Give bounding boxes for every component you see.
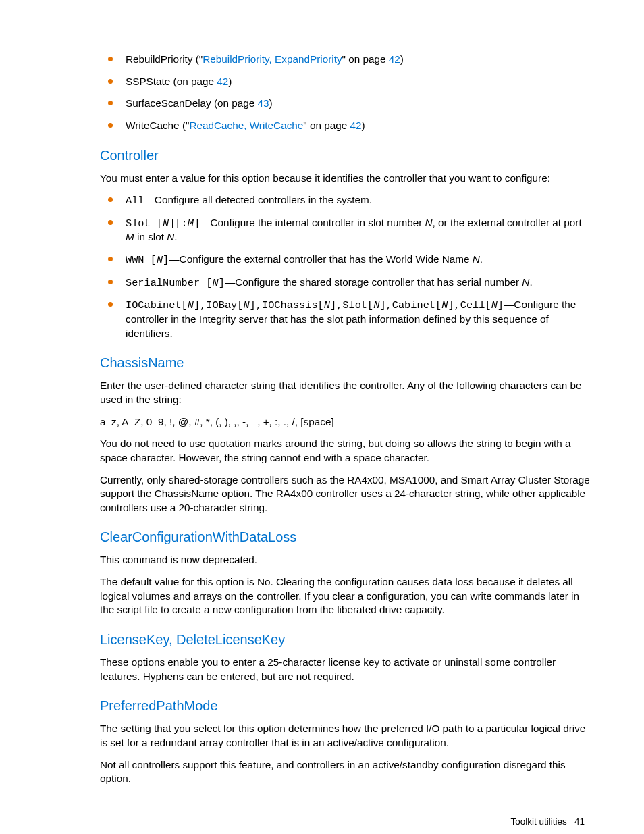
text: RebuildPriority (" [126, 53, 203, 65]
paragraph: These options enable you to enter a 25-c… [100, 656, 591, 683]
text: " on page [342, 53, 389, 65]
text: —Configure the shared storage controller… [225, 276, 522, 288]
code-var: N [243, 299, 249, 311]
page-ref-link[interactable]: 42 [389, 53, 400, 65]
paragraph: Currently, only shared-storage controlle… [100, 473, 591, 515]
code-text: ] [498, 299, 504, 311]
list-item: WriteCache ("ReadCache, WriteCache" on p… [100, 119, 591, 133]
code-var: N [491, 299, 498, 311]
code-text: ],IOBay[ [194, 299, 243, 311]
paragraph: The setting that you select for this opt… [100, 722, 591, 750]
text: SSPState (on page [126, 76, 217, 87]
text: —Configure all detected controllers in t… [144, 194, 373, 205]
code-text: ] [219, 277, 225, 289]
text: SurfaceScanDelay (on page [126, 97, 258, 109]
heading-licensekey: LicenseKey, DeleteLicenseKey [100, 631, 591, 649]
top-option-list: RebuildPriority ("RebuildPriority, Expan… [100, 53, 591, 133]
text: ) [228, 76, 232, 87]
paragraph: Enter the user-defined character string … [100, 379, 591, 407]
code-var: N [188, 299, 194, 311]
heading-controller: Controller [100, 147, 591, 165]
text: . [174, 231, 177, 242]
code-var: N [324, 299, 330, 311]
var: N [425, 217, 433, 228]
text: WriteCache (" [126, 120, 189, 131]
controller-list: All—Configure all detected controllers i… [100, 193, 591, 340]
list-item: All—Configure all detected controllers i… [100, 193, 591, 208]
paragraph: You must enter a value for this option b… [100, 172, 591, 186]
text: ) [362, 120, 365, 131]
code-text: ][: [169, 217, 188, 230]
text: ) [400, 53, 404, 65]
code-text: ],Cabinet[ [379, 299, 441, 311]
list-item: SSPState (on page 42) [100, 75, 591, 89]
code-var: N [157, 254, 163, 266]
var: N [167, 231, 174, 242]
list-item: SurfaceScanDelay (on page 43) [100, 97, 591, 111]
paragraph: This command is now deprecated. [100, 553, 591, 567]
footer-page: 41 [574, 816, 585, 827]
heading-preferredpathmode: PreferredPathMode [100, 697, 591, 715]
code-text: WWN [ [126, 254, 157, 266]
text: in slot [134, 231, 167, 242]
code-text: IOCabinet[ [126, 299, 188, 311]
paragraph: Not all controllers support this feature… [100, 758, 591, 786]
paragraph: You do not need to use quotation marks a… [100, 437, 591, 465]
list-item: WWN [N]—Configure the external controlle… [100, 253, 591, 267]
document-page: RebuildPriority ("RebuildPriority, Expan… [0, 0, 644, 834]
code-var: N [163, 217, 169, 230]
list-item: Slot [N][:M]—Configure the internal cont… [100, 216, 591, 244]
code-text: Slot [ [126, 217, 163, 230]
page-footer: Toolkit utilities 41 [100, 816, 591, 828]
page-ref-link[interactable]: 42 [217, 76, 228, 87]
code-var: M [188, 217, 194, 230]
paragraph: The default value for this option is No.… [100, 575, 591, 617]
heading-clearconfig: ClearConfigurationWithDataLoss [100, 528, 591, 546]
text: , or the external controller at port [433, 217, 582, 228]
page-ref-link[interactable]: 43 [258, 97, 269, 109]
code-text: All [126, 194, 144, 207]
text: ) [269, 97, 273, 109]
text: . [529, 276, 532, 288]
footer-label: Toolkit utilities [510, 816, 566, 827]
var: N [473, 253, 480, 265]
code-text: ],IOChassis[ [250, 299, 324, 311]
code-var: N [213, 277, 219, 289]
code-text: ],Slot[ [330, 299, 373, 311]
page-ref-link[interactable]: 42 [350, 120, 362, 131]
var: N [522, 276, 529, 288]
list-item: SerialNumber [N]—Configure the shared st… [100, 276, 591, 290]
xref-link[interactable]: ReadCache, WriteCache [189, 120, 303, 131]
text: " on page [303, 120, 350, 131]
code-var: N [441, 299, 448, 311]
list-item: RebuildPriority ("RebuildPriority, Expan… [100, 53, 591, 67]
text: —Configure the external controller that … [169, 253, 473, 265]
text: . [480, 253, 483, 265]
paragraph: a–z, A–Z, 0–9, !, @, #, *, (, ), ,, -, _… [100, 415, 591, 429]
xref-link[interactable]: RebuildPriority, ExpandPriority [203, 53, 342, 65]
text: —Configure the internal controller in sl… [200, 217, 425, 228]
code-text: ] [194, 217, 200, 230]
heading-chassisname: ChassisName [100, 354, 591, 372]
code-text: ] [163, 254, 169, 266]
list-item: IOCabinet[N],IOBay[N],IOChassis[N],Slot[… [100, 298, 591, 340]
code-text: SerialNumber [ [126, 277, 213, 289]
code-text: ],Cell[ [448, 299, 491, 311]
var: M [126, 231, 134, 242]
